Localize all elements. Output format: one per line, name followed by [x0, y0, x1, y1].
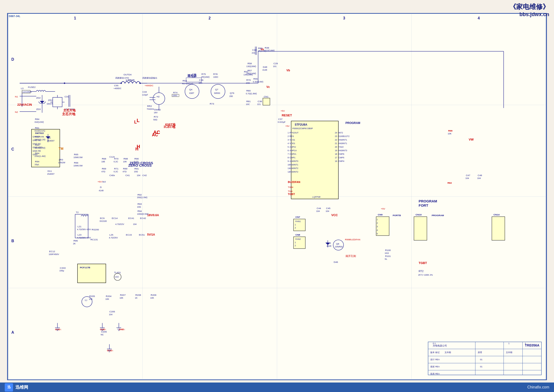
- svg-text:22: 22: [335, 139, 337, 141]
- svg-text:PORTB: PORTB: [393, 214, 401, 217]
- svg-text:4.7Ω/25V: 4.7Ω/25V: [109, 237, 118, 239]
- svg-text:4.7Ω/30V 4.5V: 4.7Ω/30V 4.5V: [77, 237, 91, 239]
- svg-text:IGGE(1VA): IGGE(1VA): [35, 130, 45, 132]
- svg-text:1: 1: [295, 224, 296, 226]
- svg-text:1: 1: [288, 132, 289, 134]
- svg-text:R68: R68: [102, 157, 106, 160]
- svg-marker-31: [40, 101, 45, 103]
- svg-text:R52: R52: [244, 70, 249, 73]
- svg-text:0.7Ω(1.8W): 0.7Ω(1.8W): [246, 92, 257, 95]
- svg-text:FORT: FORT: [419, 203, 429, 207]
- svg-text:104: 104: [326, 210, 329, 212]
- svg-text:VDD1: VDD1: [290, 142, 295, 145]
- svg-text:R93: R93: [137, 203, 142, 205]
- svg-text:C37: C37: [278, 118, 283, 120]
- svg-text:5: 5: [288, 146, 289, 148]
- svg-text:P000GZCMPI0 DB0P: P000GZCMPI0 DB0P: [292, 127, 313, 130]
- svg-text:颠开孔制: 颠开孔制: [346, 255, 356, 257]
- svg-text:A: A: [11, 330, 14, 334]
- svg-text:R208: R208: [135, 294, 141, 296]
- svg-text:10K: 10K: [448, 133, 451, 135]
- svg-text:C36: C36: [199, 79, 204, 81]
- svg-text:原理: 原理: [478, 351, 482, 354]
- svg-text:10M0.5W: 10M0.5W: [73, 164, 83, 167]
- svg-text:104: 104: [109, 313, 112, 316]
- svg-text:R0-400(1V): R0-400(1V): [182, 83, 193, 85]
- svg-text:23NR50: 23NR50: [335, 245, 343, 248]
- svg-text:AN3INT3: AN3INT3: [339, 149, 347, 152]
- svg-text:AN0INT0: AN0INT0: [290, 160, 298, 162]
- svg-text:R59: R59: [258, 47, 263, 49]
- svg-text:EC12: EC12: [49, 250, 55, 253]
- svg-text:R69: R69: [102, 167, 106, 170]
- svg-point-70: [185, 84, 199, 98]
- svg-text:TM4: TM4: [288, 190, 292, 192]
- svg-text:≈400DC: ≈400DC: [145, 84, 153, 87]
- svg-text:L3: L3: [21, 87, 24, 90]
- svg-text:≈400DC: ≈400DC: [114, 87, 122, 90]
- svg-text:R61: R61: [35, 126, 40, 129]
- svg-text:LQFP48: LQFP48: [312, 196, 320, 198]
- svg-text:1N4007: 1N4007: [47, 173, 55, 175]
- svg-text:0.2C: 0.2C: [114, 170, 118, 173]
- svg-text:R101: R101: [385, 255, 391, 257]
- svg-text:C205: C205: [110, 310, 115, 313]
- svg-text:R88: R88: [124, 157, 128, 160]
- label-main-chip-ground: 主芯片地: [63, 108, 76, 112]
- svg-text:10Ω: 10Ω: [137, 206, 141, 208]
- svg-text:20: 20: [335, 146, 337, 148]
- svg-text:100C: 100C: [173, 94, 178, 97]
- svg-text:描述 REA: 描述 REA: [430, 365, 440, 368]
- svg-text:1: 1: [508, 342, 509, 345]
- svg-text:TGBT: TGBT: [419, 261, 427, 265]
- svg-text:R205: R205: [89, 295, 95, 297]
- svg-text:FAN2: FAN2: [295, 238, 301, 240]
- svg-text:AN0INT2: AN0INT2: [290, 171, 298, 173]
- svg-text:1KΩ: 1KΩ: [385, 252, 389, 254]
- svg-text:EC14: EC14: [112, 217, 118, 219]
- svg-text:18V/0.6A: 18V/0.6A: [147, 214, 159, 217]
- svg-text:1K: 1K: [135, 297, 137, 299]
- svg-text:+5V: +5V: [280, 110, 285, 112]
- svg-text:RT2: RT2: [419, 270, 423, 273]
- svg-rect-36: [53, 98, 62, 107]
- svg-text:CMP1: CMP1: [290, 156, 295, 159]
- svg-text:R58: R58: [248, 62, 252, 65]
- svg-text:RES: RES: [290, 135, 294, 137]
- svg-text:4: 4: [377, 229, 378, 231]
- svg-text:2: 2: [377, 222, 378, 224]
- svg-text:四路驱动器输出: 四路驱动器输出: [142, 77, 157, 79]
- svg-line-32: [39, 102, 40, 103]
- label-H: H: [137, 144, 140, 149]
- svg-text:C40x: C40x: [110, 174, 115, 176]
- svg-text:4.7Ω/30V 4.5V: 4.7Ω/30V 4.5V: [77, 228, 91, 231]
- svg-text:AN0INT1: AN0INT1: [290, 163, 298, 166]
- svg-text:FAN1: FAN1: [295, 220, 301, 223]
- svg-rect-220: [75, 214, 88, 238]
- svg-text:12A/250V: 12A/250V: [22, 91, 32, 93]
- svg-text:L25: L25: [110, 233, 113, 236]
- svg-text:2: 2: [295, 227, 296, 229]
- svg-point-73: [211, 84, 225, 98]
- svg-text:C29: C29: [274, 62, 278, 65]
- svg-text:50Ω: 50Ω: [153, 119, 157, 121]
- svg-text:R79: R79: [246, 79, 251, 81]
- svg-text:EC41: EC41: [128, 217, 134, 219]
- bottom-bar-left: 迅 迅维网: [5, 383, 28, 392]
- svg-point-403: [139, 83, 141, 84]
- svg-text:Q76: Q76: [230, 92, 234, 94]
- svg-text:CMPIA: CMPIA: [290, 153, 296, 155]
- svg-text:PCF117B: PCF117B: [80, 266, 90, 269]
- svg-text:PPGOUT: PPGOUT: [290, 132, 298, 134]
- svg-text:20Ω(1.0W): 20Ω(1.0W): [137, 196, 147, 199]
- svg-text:221: 221: [252, 52, 255, 54]
- svg-text:VCS1: VCS1: [290, 139, 295, 141]
- bottom-logo-icon: 迅: [5, 383, 13, 392]
- svg-point-404: [64, 83, 65, 84]
- svg-text:10C: 10C: [246, 103, 250, 105]
- svg-point-62: [153, 93, 165, 105]
- svg-text:版本 标记: 版本 标记: [430, 351, 440, 354]
- svg-text:100C: 100C: [213, 76, 218, 78]
- svg-text:S1I0B1GT2: S1I0B1GT2: [339, 135, 350, 137]
- svg-text:1R(16W): 1R(16W): [201, 76, 210, 78]
